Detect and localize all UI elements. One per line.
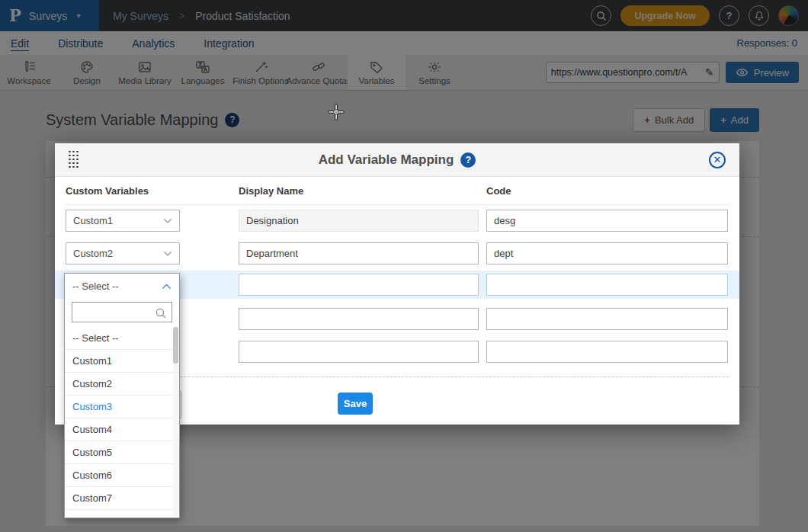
display-name-input-row2[interactable] [239,242,479,264]
dropdown-scrollbar-thumb[interactable] [173,327,178,364]
dropdown-option-custom3[interactable]: Custom3 [65,396,179,418]
chevron-down-icon [163,218,172,224]
dropdown-option-custom1[interactable]: Custom1 [65,350,179,373]
chevron-down-icon [163,251,172,257]
variable-select-row1[interactable]: Custom1 [66,210,180,232]
dropdown-selected-value[interactable]: -- Select -- [65,274,179,300]
app-window: P Surveys ▾ My Surveys > Product Satisfa… [0,0,808,532]
dropdown-option-custom5[interactable]: Custom5 [65,441,179,464]
dropdown-option-custom7[interactable]: Custom7 [65,487,179,510]
column-header-custom-variables: Custom Variables [66,185,180,197]
save-button[interactable]: Save [338,393,373,415]
variable-select-row2[interactable]: Custom2 [66,242,180,264]
variable-select-value: Custom2 [73,248,113,259]
column-header-code: Code [486,185,728,197]
variable-select-dropdown: -- Select -- -- Select -- Custom1 Custom… [64,273,180,518]
code-input-row4[interactable] [486,308,728,330]
variable-select-value: Custom1 [73,215,113,226]
display-name-input-row1[interactable] [239,210,479,232]
chevron-up-icon [162,284,172,290]
display-name-input-row5[interactable] [239,341,479,363]
modal-header: Add Variable Mapping ? ✕ [55,143,739,177]
display-name-input-row4[interactable] [239,308,479,330]
modal-help-icon[interactable]: ? [460,152,476,168]
column-header-display-name: Display Name [239,185,479,197]
display-name-input-row3[interactable] [239,274,479,296]
close-icon[interactable]: ✕ [709,152,726,168]
dropdown-option-custom4[interactable]: Custom4 [65,418,179,441]
modal-title-wrap: Add Variable Mapping ? [55,143,739,177]
search-icon [155,307,167,322]
dropdown-options-list: -- Select -- Custom1 Custom2 Custom3 Cus… [65,327,179,518]
dropdown-option-custom2[interactable]: Custom2 [65,373,179,396]
code-input-row1[interactable] [486,210,728,232]
dropdown-selected-label: -- Select -- [72,280,119,292]
code-input-row2[interactable] [486,242,728,264]
column-header-divider [66,204,729,205]
drag-handle[interactable] [69,151,79,169]
dropdown-option-select[interactable]: -- Select -- [65,327,179,350]
modal-title: Add Variable Mapping [319,152,454,168]
dropdown-option-custom6[interactable]: Custom6 [65,464,179,487]
code-input-row3[interactable] [486,274,728,296]
code-input-row5[interactable] [486,341,728,363]
